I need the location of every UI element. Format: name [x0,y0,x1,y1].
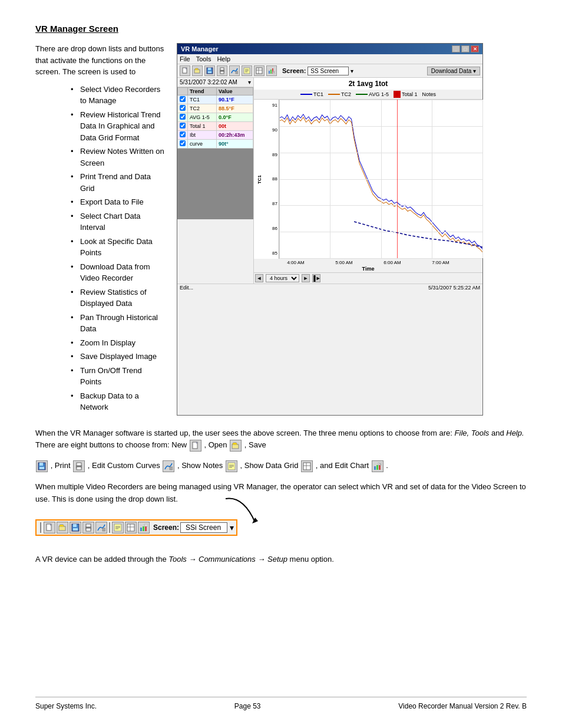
svg-rect-16 [269,71,270,74]
minimize-button[interactable]: _ [452,45,460,52]
col-checkbox [178,88,188,95]
chart-area: TC1 91 90 89 88 87 86 [254,100,482,259]
ts-new-btn[interactable] [44,522,55,533]
trend-checkbox[interactable] [178,131,188,140]
save-button[interactable] [204,65,215,76]
nav-left-button[interactable]: ◄ [255,274,263,282]
bullet-item: Export Data to File [71,196,165,208]
show-notes-button[interactable] [242,65,252,76]
bullet-item: Review Statistics of Displayed Data [71,286,165,309]
ts-save-btn[interactable] [70,522,81,533]
bullet-item: Zoom In Display [71,337,165,349]
trend-checkbox[interactable] [178,113,188,122]
status-edit: Edit... [180,285,193,291]
svg-rect-1 [194,70,200,73]
dropdown-arrow[interactable]: ▾ [351,68,353,74]
maximize-button[interactable]: □ [461,45,470,52]
ts-editcurves-btn[interactable] [95,522,107,533]
edit-chart-button[interactable] [266,65,277,76]
editchart-icon-inline [372,460,384,472]
trend-name: curve [188,140,217,149]
trend-checkbox[interactable] [178,122,188,131]
print-icon-inline [73,460,85,472]
svg-rect-48 [86,524,91,527]
window-title: VR Manager [181,45,219,52]
datetime-dropdown-arrow[interactable]: ▾ [248,79,251,85]
svg-rect-46 [73,528,78,531]
cursor-line [397,100,398,258]
trend-value: 88.5°F [217,104,253,113]
svg-rect-28 [77,467,81,470]
svg-rect-29 [170,467,173,470]
footer-right: Video Recorder Manual Version 2 Rev. B [398,702,527,710]
edit-curves-button[interactable] [229,65,240,76]
trend-name: Total 1 [188,122,217,131]
svg-rect-7 [220,71,224,74]
legend-tc1: TC1 [300,91,323,97]
body-paragraph-2: When multiple Video Recorders are being … [35,481,527,506]
svg-marker-61 [144,524,148,526]
ts-screen-label: Screen: [153,523,179,532]
svg-rect-49 [86,528,91,531]
print-button[interactable] [217,65,227,76]
trend-row: Total 1 00t [178,122,253,131]
bullet-item: Look at Specific Data Points [71,236,165,259]
screen-dropdown[interactable]: SS Screen [308,67,349,75]
vr-manager-screenshot: VR Manager _ □ ✕ File Tools Help [177,43,483,416]
svg-rect-50 [103,528,105,531]
bullet-item: Download Data from Video Recorder [71,261,165,284]
menu-help[interactable]: Help [217,55,230,62]
nav-end-button[interactable]: ▐► [312,274,320,282]
trend-name: AVG 1-5 [188,113,217,122]
trend-checkbox[interactable] [178,140,188,149]
trend-row: TC1 90.1°F [178,95,253,104]
trend-checkbox[interactable] [178,95,188,104]
window-titlebar: VR Manager _ □ ✕ [177,44,482,54]
toolbar: Screen: SS Screen ▾ Download Data ▾ [177,64,482,78]
trend-name: Ibt [188,131,217,140]
datetime-display: 5/31/2007 3:22:02 AM ▾ [177,78,253,87]
menu-file[interactable]: File [180,55,190,62]
col-value: Value [217,88,253,95]
close-button[interactable]: ✕ [471,45,479,52]
showgrid-icon-inline [301,460,313,472]
body-paragraph-1b: , Print , Edit Custom Curves , Show Note… [35,460,527,472]
menu-tools[interactable]: Tools [196,55,211,62]
trend-value: 00t [217,122,253,131]
open-button[interactable] [192,65,203,76]
ts-print-btn[interactable] [82,522,94,533]
x-axis-labels: 4:00 AM 5:00 AM 6:00 AM 7:00 AM [254,259,482,265]
ts-showgrid-btn[interactable] [125,522,137,533]
ts-shownotes-btn[interactable] [112,522,124,533]
svg-rect-19 [273,71,275,74]
nav-right-button[interactable]: ► [302,274,310,282]
trend-row: AVG 1-5 0.0°F [178,113,253,122]
trend-name: TC2 [188,104,217,113]
ts-editchart-btn[interactable] [138,522,150,533]
trend-row: Ibt 00:2h:43m [178,131,253,140]
bullet-item: Pan Through Historical Data [71,312,165,335]
new-button[interactable] [180,65,190,76]
svg-rect-43 [59,526,65,531]
legend-avg: AVG 1-5 [356,91,389,97]
trend-table: Trend Value TC1 90.1°F TC2 88.5°F AVG 1-… [177,87,253,149]
svg-rect-45 [73,524,77,527]
window-controls[interactable]: _ □ ✕ [452,45,479,52]
ts-open-btn[interactable] [57,522,68,533]
bullet-item: Save Displayed Image [71,351,165,363]
vr-body: 5/31/2007 3:22:02 AM ▾ Trend Value [177,78,482,284]
bullet-item: Backup Data to a Network [71,390,165,413]
show-grid-button[interactable] [254,65,265,76]
bullet-item: Select Chart Data Interval [71,210,165,233]
legend-tc2: TC2 [328,91,351,97]
trend-checkbox[interactable] [178,104,188,113]
svg-rect-38 [376,465,378,470]
x-axis-label: Time [254,265,482,272]
status-bar: Edit... 5/31/2007 5:25:22 AM [177,284,482,291]
time-span-select[interactable]: 4 hours [266,274,299,282]
shownotes-icon-inline [226,460,237,472]
download-data-button[interactable]: Download Data ▾ [427,67,480,75]
body-paragraph-3: A VR device can be added through the Too… [35,554,527,566]
chart-title: 2t 1avg 1tot [254,78,482,90]
new-icon-inline [190,440,201,452]
